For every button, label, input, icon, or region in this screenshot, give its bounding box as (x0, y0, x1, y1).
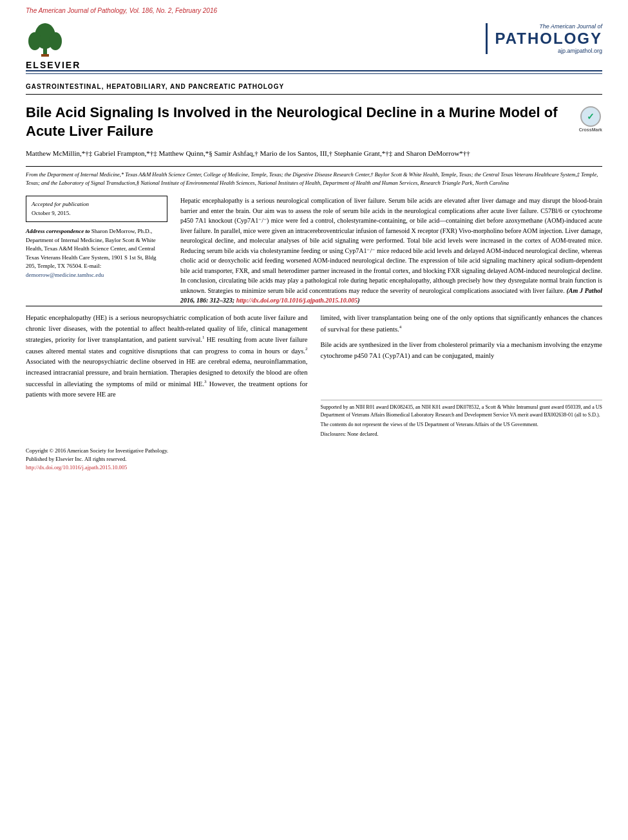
copyright-area: Copyright © 2016 American Society for In… (0, 440, 628, 474)
left-col: Accepted for publication October 9, 2015… (26, 196, 167, 306)
copyright-line3: http://dx.doi.org/10.1016/j.ajpath.2015.… (26, 463, 602, 472)
abstract-body: Hepatic encephalopathy is a serious neur… (180, 197, 602, 294)
svg-point-2 (28, 32, 41, 50)
body-col-right: limited, with liver transplantation bein… (321, 313, 603, 441)
elsevier-logo: ELSEVIER (26, 23, 81, 70)
two-col-body: Hepatic encephalopathy (HE) is a serious… (0, 313, 628, 441)
affiliation: From the Department of Internal Medicine… (0, 169, 628, 191)
address-box: Address correspondence to Sharon DeMorro… (26, 227, 167, 279)
copyright-line1: Copyright © 2016 American Society for In… (26, 447, 602, 455)
footnote-2: The contents do not represent the views … (321, 421, 603, 429)
journal-url: ajp.amjpathol.org (495, 48, 602, 54)
elsevier-label: ELSEVIER (26, 60, 81, 70)
affiliation-divider (26, 166, 602, 167)
top-header: The American Journal of Pathology, Vol. … (0, 0, 628, 18)
right-header: The American Journal of PATHOLOGY ajp.am… (486, 23, 602, 54)
address-label: Address correspondence to (26, 228, 90, 234)
body-para3: Bile acids are synthesized in the liver … (321, 340, 603, 362)
right-col: Hepatic encephalopathy is a serious neur… (180, 196, 602, 306)
footnotes-area: Supported by an NIH R01 award DK082435, … (321, 400, 603, 438)
svg-point-3 (49, 32, 62, 50)
address-email[interactable]: demorrow@medicine.tamhsc.edu (26, 272, 104, 278)
section-divider (26, 94, 602, 95)
copyright-line2: Published by Elsevier Inc. All rights re… (26, 455, 602, 463)
body-para2: limited, with liver transplantation bein… (321, 313, 603, 335)
authors: Matthew McMillin,*†‡ Gabriel Frampton,*†… (0, 145, 628, 162)
address-text: Sharon DeMorrow, Ph.D., Department of In… (26, 228, 156, 278)
header-divider (26, 70, 602, 71)
body-para1: Hepatic encephalopathy (HE) is a serious… (26, 313, 308, 400)
crossmark-icon: ✓ (580, 106, 601, 127)
header-area: ELSEVIER The American Journal of PATHOLO… (0, 18, 628, 70)
affiliation-text: From the Department of Internal Medicine… (26, 171, 598, 186)
accepted-box: Accepted for publication October 9, 2015… (26, 196, 167, 222)
body-divider (26, 306, 602, 306)
accepted-label: Accepted for publication (32, 201, 89, 207)
journal-small-label: The American Journal of (495, 23, 602, 30)
footnote-3: Disclosures: None declared. (321, 431, 603, 438)
accepted-date: October 9, 2015. (32, 210, 71, 216)
crossmark-label: CrossMark (579, 127, 602, 133)
abstract-link[interactable]: http://dx.doi.org/10.1016/j.ajpath.2015.… (236, 297, 358, 304)
svg-rect-4 (41, 54, 49, 57)
abstract-text: Hepatic encephalopathy is a serious neur… (180, 196, 602, 306)
authors-text: Matthew McMillin,*†‡ Gabriel Frampton,*†… (26, 149, 470, 157)
article-title: Bile Acid Signaling Is Involved in the N… (26, 104, 573, 140)
body-col-left: Hepatic encephalopathy (HE) is a serious… (26, 313, 308, 441)
copyright-link[interactable]: http://dx.doi.org/10.1016/j.ajpath.2015.… (26, 464, 127, 471)
section-label: GASTROINTESTINAL, HEPATOBILIARY, AND PAN… (0, 74, 628, 94)
crossmark: ✓ CrossMark (579, 106, 602, 133)
journal-top-line: The American Journal of Pathology, Vol. … (26, 7, 217, 14)
elsevier-tree-icon (26, 23, 64, 59)
two-col-area: Accepted for publication October 9, 2015… (0, 196, 628, 306)
page: The American Journal of Pathology, Vol. … (0, 0, 628, 840)
article-title-area: Bile Acid Signaling Is Involved in the N… (0, 101, 628, 145)
journal-name: PATHOLOGY (495, 30, 602, 48)
footnote-1: Supported by an NIH R01 award DK082435, … (321, 404, 603, 419)
